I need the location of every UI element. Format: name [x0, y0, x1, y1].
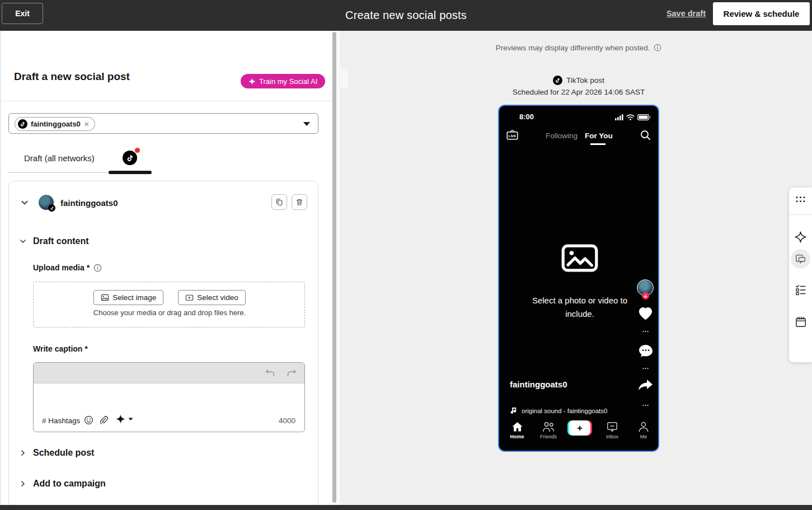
image-icon [101, 293, 109, 302]
svg-text:LIVE: LIVE [509, 134, 517, 138]
review-schedule-button[interactable]: Review & schedule [713, 2, 810, 25]
signal-icon [615, 114, 623, 120]
nav-friends-label: Friends [533, 434, 564, 439]
tiktok-icon [18, 119, 27, 129]
attachment-icon[interactable] [99, 415, 109, 425]
section-add-to-campaign[interactable]: Add to campaign [20, 479, 106, 489]
train-social-ai-button[interactable]: Train my Social AI [241, 74, 325, 88]
nav-inbox-label: Inbox [597, 434, 628, 439]
status-icons [615, 114, 651, 120]
undo-icon[interactable] [265, 368, 275, 378]
redo-icon[interactable] [287, 368, 297, 378]
caption-toolbar [34, 363, 304, 383]
composer-panel: Draft a new social post Train my Social … [0, 31, 332, 505]
live-icon[interactable]: LIVE [506, 129, 518, 140]
app-window: Exit Create new social posts Save draft … [0, 0, 812, 510]
account-selector[interactable]: faintinggoats0 ✕ [8, 113, 318, 134]
account-pill-label: faintinggoats0 [31, 120, 81, 128]
comment-count: ... [635, 363, 657, 370]
share-icon[interactable] [637, 378, 654, 392]
nav-me-label: Me [628, 434, 659, 439]
nav-friends[interactable]: Friends [533, 422, 564, 439]
schedule-line: Scheduled for 22 Apr 2026 14:06 SAST [392, 88, 766, 96]
info-icon[interactable] [654, 44, 661, 52]
caption-editor: # Hashtags 4000 [33, 362, 305, 432]
upload-media-label: Upload media * [33, 263, 90, 272]
save-draft-link[interactable]: Save draft [667, 9, 706, 18]
follow-plus-icon[interactable]: + [642, 292, 649, 300]
tab-for-you[interactable]: For You [585, 132, 613, 140]
music-note-icon [510, 407, 517, 414]
sparkle-icon [248, 78, 256, 85]
section-label: Draft content [33, 236, 89, 246]
caret-down-icon [128, 418, 133, 421]
tiktok-icon [126, 154, 134, 162]
select-video-button[interactable]: Select video [178, 290, 246, 305]
panel-resize-handle[interactable] [339, 68, 348, 88]
info-icon[interactable] [93, 264, 102, 272]
hashtags-button[interactable]: # Hashtags [42, 417, 80, 425]
tab-draft-all-networks[interactable]: Draft (all networks) [24, 153, 95, 163]
account-pill[interactable]: faintinggoats0 ✕ [15, 117, 95, 131]
upload-dropzone[interactable]: Select image Select video Choose your me… [33, 282, 305, 327]
select-video-label: Select video [197, 293, 238, 302]
avatar [39, 195, 54, 210]
notification-dot [134, 147, 140, 153]
drag-handle-dots-icon[interactable] [789, 195, 812, 203]
status-time: 8:00 [519, 113, 534, 121]
tab-following[interactable]: Following [546, 132, 578, 140]
divider [789, 214, 812, 215]
trash-icon [295, 198, 303, 206]
top-bar: Exit Create new social posts Save draft … [0, 0, 812, 31]
remove-account-icon[interactable]: ✕ [84, 121, 90, 128]
battery-icon [637, 114, 651, 120]
sound-row[interactable]: original sound - faintinggoats0 [510, 407, 607, 414]
wifi-icon [626, 114, 635, 120]
nav-home-label: Home [501, 434, 533, 439]
side-toolbar [789, 188, 812, 362]
share-count: ... [635, 400, 657, 407]
comment-icon[interactable] [638, 344, 654, 358]
post-type-row: TikTok post [392, 76, 766, 85]
create-post-button[interactable]: + [567, 420, 592, 436]
caption-textarea[interactable] [34, 383, 304, 411]
nav-inbox[interactable]: Inbox [597, 422, 628, 439]
emoji-icon[interactable] [84, 415, 93, 425]
placeholder-line1: Select a photo or video to [513, 294, 647, 307]
tab-tiktok[interactable] [123, 151, 137, 165]
horizontal-scrollbar[interactable] [0, 505, 812, 510]
chevron-right-icon [20, 450, 26, 456]
post-type-label: TikTok post [566, 76, 604, 85]
nav-me[interactable]: Me [628, 422, 659, 439]
checklist-tool-icon[interactable] [789, 284, 812, 296]
section-label: Add to campaign [33, 479, 106, 489]
video-icon [185, 293, 194, 302]
train-social-ai-label: Train my Social AI [259, 77, 317, 86]
duplicate-button[interactable] [271, 194, 287, 210]
copy-icon [275, 198, 283, 206]
collapse-chevron-icon[interactable] [21, 199, 29, 207]
select-image-label: Select image [112, 293, 156, 302]
media-placeholder-icon [561, 244, 598, 272]
section-draft-content[interactable]: Draft content [20, 236, 89, 246]
phone-username[interactable]: faintinggoats0 [510, 380, 567, 389]
write-caption-label: Write caption * [33, 344, 88, 353]
search-icon[interactable] [640, 130, 651, 141]
vertical-scrollbar[interactable] [332, 32, 336, 503]
upload-hint: Choose your media or drag and drop files… [34, 308, 306, 317]
ai-sparkle-tool-icon[interactable] [789, 231, 812, 243]
comments-tool-icon[interactable] [791, 249, 810, 269]
placeholder-line2: include. [513, 307, 647, 321]
section-label: Schedule post [33, 448, 94, 458]
select-image-button[interactable]: Select image [93, 290, 163, 305]
section-schedule-post[interactable]: Schedule post [20, 448, 94, 458]
ai-sparkle-icon[interactable] [116, 414, 133, 424]
like-heart-icon[interactable] [637, 306, 654, 321]
chevron-right-icon [20, 480, 26, 487]
calendar-tool-icon[interactable] [789, 316, 812, 327]
divider [1, 101, 332, 101]
nav-home[interactable]: Home [501, 422, 533, 439]
plus-icon: + [569, 420, 590, 436]
tiktok-icon [553, 76, 562, 85]
delete-button[interactable] [292, 194, 307, 210]
